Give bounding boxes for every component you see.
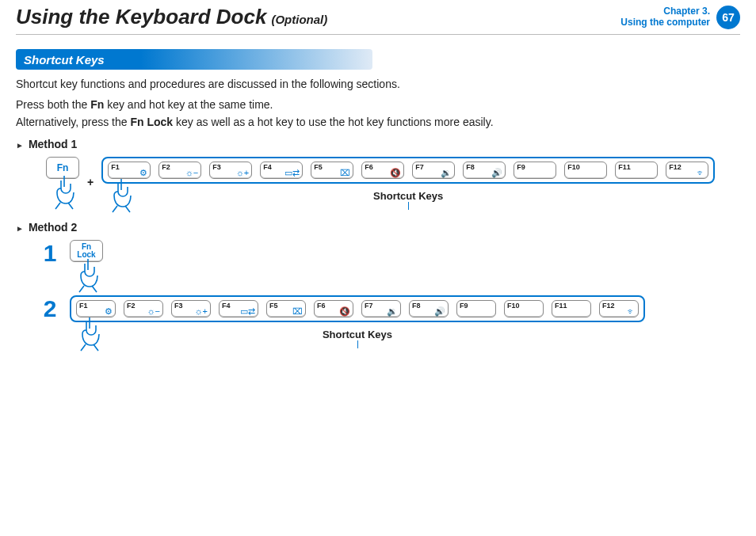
- fkey-f3: F3☼+: [209, 162, 252, 179]
- fkey-icon: ▭⇄: [240, 307, 255, 316]
- fkey-f7: F7🔉: [361, 300, 401, 317]
- fkey-label: F7: [415, 163, 424, 171]
- header-right: Chapter 3. Using the computer 67: [620, 6, 740, 29]
- fkey-label: F9: [460, 302, 468, 310]
- fkey-label: F3: [174, 302, 183, 310]
- fkey-label: F5: [269, 302, 278, 310]
- fkey-f5: F5⌧: [266, 300, 306, 317]
- section-pill: Shortcut Keys: [16, 49, 372, 70]
- fkey-label: F1: [111, 163, 120, 171]
- fkey-f10: F10: [564, 162, 607, 179]
- fkey-label: F5: [314, 163, 323, 171]
- instr1-post: key and hot key at the same time.: [104, 98, 273, 111]
- fkey-icon: ☼−: [185, 169, 199, 177]
- fkey-label: F9: [517, 163, 525, 171]
- fkey-f4: F4▭⇄: [260, 162, 303, 179]
- fkey-label: F6: [365, 163, 373, 171]
- instr2-pre: Alternatively, press the: [16, 116, 130, 128]
- intro-text: Shortcut key functions and procedures ar…: [16, 78, 740, 90]
- fkey-label: F1: [79, 302, 88, 310]
- fkey-f4: F4▭⇄: [219, 300, 258, 317]
- fkey-label: F12: [669, 163, 682, 171]
- step-number-1: 1: [38, 240, 62, 267]
- fkey-icon: 🔊: [491, 169, 502, 177]
- fkey-label: F6: [317, 302, 326, 310]
- fkey-f8: F8🔊: [409, 300, 449, 317]
- fkey-f6: F6🔇: [314, 300, 353, 317]
- fkey-icon: 🔊: [434, 307, 445, 316]
- fkey-f10: F10: [504, 300, 544, 317]
- fkey-f1: F1⚙: [108, 162, 151, 179]
- fkey-f2: F2☼−: [158, 162, 201, 179]
- instr1-bold: Fn: [90, 98, 104, 111]
- step-number-2: 2: [38, 295, 62, 322]
- fkey-label: F4: [263, 163, 272, 171]
- fkey-icon: ☼+: [194, 307, 208, 316]
- title-optional: (Optional): [271, 13, 327, 26]
- hand-press-icon: [51, 174, 78, 211]
- method2-caption: Shortcut Keys: [70, 329, 645, 340]
- fkey-f9: F9: [456, 300, 496, 317]
- fkey-icon: ⌧: [292, 307, 303, 316]
- chapter-line1: Chapter 3.: [620, 6, 710, 17]
- fkey-icon: ⚙: [139, 169, 147, 177]
- fkey-icon: ☼−: [147, 307, 160, 316]
- method1-heading: Method 1: [16, 138, 740, 150]
- fkey-label: F4: [222, 302, 231, 310]
- fkey-icon: 🔉: [387, 307, 398, 316]
- method2-fkeys-wrap: F1⚙F2☼−F3☼+F4▭⇄F5⌧F6🔇F7🔉F8🔊F9F10F11F12ᯤ …: [70, 295, 645, 340]
- header-rule: [16, 34, 740, 35]
- fkey-icon: 🔇: [390, 169, 401, 177]
- fkey-f7: F7🔉: [412, 162, 455, 179]
- page: Using the Keyboard Dock (Optional) Chapt…: [0, 0, 756, 536]
- fkey-label: F12: [602, 302, 615, 310]
- fkey-f12: F12ᯤ: [599, 300, 639, 317]
- fkey-f2: F2☼−: [124, 300, 163, 317]
- method1-caption: Shortcut Keys: [101, 190, 715, 202]
- fn-key-block: Fn: [46, 157, 79, 179]
- fkey-label: F2: [162, 163, 170, 171]
- instr2-post: key as well as a hot key to use the hot …: [173, 116, 493, 128]
- fkey-f8: F8🔊: [463, 162, 506, 179]
- fkey-f11: F11: [615, 162, 658, 179]
- fkey-icon: 🔉: [441, 169, 452, 177]
- fkey-f3: F3☼+: [171, 300, 211, 317]
- fkey-f9: F9: [514, 162, 556, 179]
- method1-fkeys: F1⚙F2☼−F3☼+F4▭⇄F5⌧F6🔇F7🔉F8🔊F9F10F11F12ᯤ: [101, 157, 715, 184]
- method2-fkeys: F1⚙F2☼−F3☼+F4▭⇄F5⌧F6🔇F7🔉F8🔊F9F10F11F12ᯤ: [70, 295, 645, 322]
- instr2-bold: Fn Lock: [130, 116, 173, 128]
- fkey-label: F8: [412, 302, 421, 310]
- fkey-label: F8: [466, 163, 475, 171]
- fkey-f1: F1⚙: [76, 300, 116, 317]
- fkey-f11: F11: [552, 300, 591, 317]
- fkey-f6: F6🔇: [361, 162, 404, 179]
- header: Using the Keyboard Dock (Optional) Chapt…: [16, 0, 740, 31]
- method2-step2: 2 F1⚙F2☼−F3☼+F4▭⇄F5⌧F6🔇F7🔉F8🔊F9F10F11F12…: [38, 295, 740, 340]
- fkey-icon: ☼+: [236, 169, 250, 177]
- fkey-label: F11: [555, 302, 567, 310]
- method2-step1: 1 Fn Lock: [38, 240, 740, 267]
- caption-connector: [408, 202, 409, 210]
- fkey-f5: F5⌧: [311, 162, 353, 179]
- hand-press-icon: [76, 316, 103, 352]
- fkey-icon: ⌧: [340, 169, 350, 177]
- hand-press-icon: [74, 257, 101, 294]
- hand-press-icon: [108, 177, 135, 214]
- page-title: Using the Keyboard Dock: [16, 5, 266, 29]
- instruction-1: Press both the Fn key and hot key at the…: [16, 98, 740, 111]
- fnlock-key-block: Fn Lock: [70, 240, 103, 262]
- chapter-label: Chapter 3. Using the computer: [620, 6, 710, 27]
- fkey-label: F11: [618, 163, 631, 171]
- instr1-pre: Press both the: [16, 98, 90, 111]
- header-left: Using the Keyboard Dock (Optional): [16, 5, 327, 29]
- method1-fkeys-wrap: F1⚙F2☼−F3☼+F4▭⇄F5⌧F6🔇F7🔉F8🔊F9F10F11F12ᯤ …: [101, 157, 715, 202]
- caption-connector: [357, 340, 358, 348]
- fkey-label: F3: [212, 163, 221, 171]
- method2-heading: Method 2: [16, 221, 740, 234]
- page-number-badge: 67: [716, 6, 740, 29]
- fkey-label: F2: [127, 302, 136, 310]
- fkey-label: F10: [567, 163, 580, 171]
- fkey-label: F7: [365, 302, 373, 310]
- method1-row: Fn + F1⚙F2☼−F3☼+F4▭⇄F5⌧F6🔇F7🔉F8🔊F9F10F11…: [46, 157, 740, 202]
- fkey-icon: ᯤ: [627, 307, 636, 316]
